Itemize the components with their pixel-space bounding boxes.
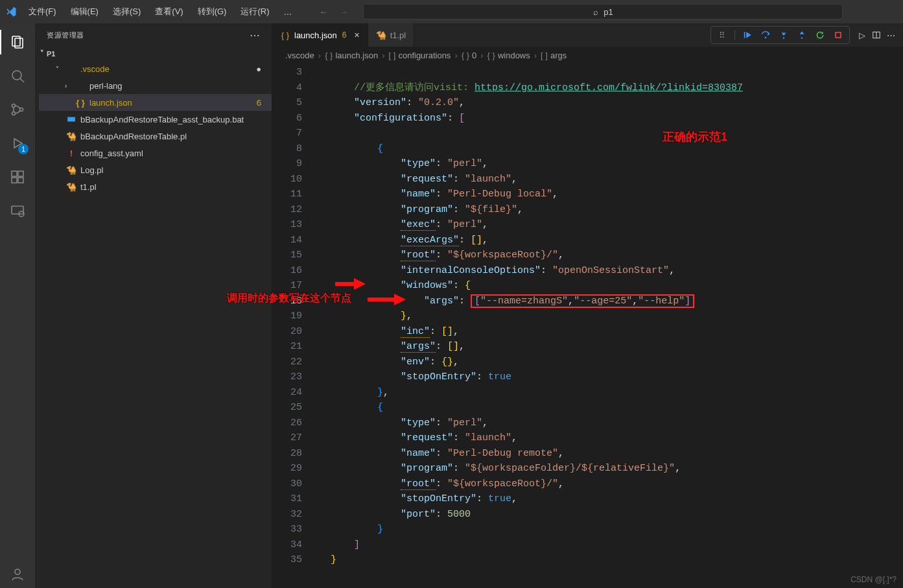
explorer-sidebar: 资源管理器 ⋯ ˅ P1 ˅.vscode●›perl-lang{ }launc… — [35, 23, 272, 588]
svg-line-3 — [20, 78, 24, 82]
menu-select[interactable]: 选择(S) — [108, 5, 146, 19]
svg-point-23 — [801, 38, 803, 39]
tab-t1-pl[interactable]: 🐪 t1.pl — [368, 23, 415, 47]
menu-view[interactable]: 查看(V) — [150, 5, 188, 19]
svg-point-14 — [15, 569, 20, 574]
run-icon[interactable]: ▷ — [856, 29, 868, 41]
restart-icon[interactable] — [814, 29, 826, 41]
project-section[interactable]: ˅ P1 — [35, 47, 272, 60]
tree-item-label: bBackupAndRestoreTable_asst_backup.bat — [80, 115, 244, 124]
tree-item[interactable]: 🐪bBackupAndRestoreTable.pl — [39, 128, 272, 145]
activity-scm-icon[interactable] — [8, 100, 27, 119]
bat-icon — [66, 114, 76, 124]
svg-rect-11 — [18, 178, 23, 183]
activitybar: 1 — [0, 23, 35, 588]
svg-rect-9 — [18, 171, 23, 176]
stop-icon[interactable] — [832, 29, 844, 41]
tree-item-label: perl-lang — [89, 81, 123, 91]
perl-icon: 🐪 — [66, 165, 76, 175]
tab-badge: 6 — [342, 30, 347, 40]
tab-launch-json[interactable]: { } launch.json 6 × — [272, 23, 368, 47]
explorer-title-label: 资源管理器 — [47, 30, 84, 40]
code-area[interactable]: 3456789101112131415161718192021222324252… — [272, 64, 903, 588]
svg-marker-22 — [800, 31, 804, 34]
svg-point-6 — [20, 108, 23, 112]
tree-item[interactable]: bBackupAndRestoreTable_asst_backup.bat — [39, 111, 272, 128]
svg-rect-15 — [67, 117, 75, 122]
split-icon[interactable] — [871, 29, 882, 41]
menu-go[interactable]: 转到(G) — [193, 5, 232, 19]
svg-rect-12 — [12, 206, 23, 214]
breadcrumb-item[interactable]: [ ]configurations — [389, 51, 451, 60]
braces-icon: { } — [75, 97, 86, 108]
breadcrumb-item[interactable]: .vscode — [285, 51, 314, 60]
svg-rect-16 — [744, 32, 745, 38]
tree-item[interactable]: 🐪t1.pl — [39, 178, 272, 195]
drag-handle-icon[interactable]: ⠿ — [716, 29, 728, 41]
annotation-args-note: 调用时的参数写在这个节点 — [227, 292, 351, 305]
menu-file[interactable]: 文件(F) — [23, 5, 62, 19]
svg-point-21 — [783, 38, 784, 39]
menu-more[interactable]: … — [278, 6, 297, 18]
perl-icon: 🐪 — [376, 30, 386, 40]
braces-icon: { } — [280, 30, 290, 40]
nav-arrows: ← → — [319, 7, 347, 17]
continue-icon[interactable] — [742, 29, 753, 41]
perl-icon: 🐪 — [66, 131, 76, 141]
activity-remote-icon[interactable] — [8, 201, 27, 220]
chevron-down-icon: ˅ — [40, 49, 44, 58]
svg-point-2 — [12, 71, 21, 80]
tree-item-label: .vscode — [80, 64, 110, 74]
breadcrumb-item[interactable]: [ ]args — [541, 51, 567, 60]
svg-rect-25 — [836, 32, 841, 38]
explorer-more-icon[interactable]: ⋯ — [250, 29, 261, 41]
tab-bar: { } launch.json 6 × 🐪 t1.pl ⠿ — [272, 23, 903, 47]
breadcrumb-item[interactable]: { }windows — [487, 51, 530, 60]
svg-marker-20 — [782, 33, 786, 36]
tab-label: launch.json — [294, 30, 337, 40]
folder-icon — [75, 80, 86, 91]
step-into-icon[interactable] — [778, 29, 790, 41]
tree-item[interactable]: ›perl-lang — [39, 77, 272, 94]
annotation-title: 正确的示范1 — [663, 129, 727, 145]
nav-back-icon[interactable]: ← — [319, 7, 327, 17]
search-icon: ⌕ — [593, 7, 598, 17]
tab-label: t1.pl — [390, 30, 406, 40]
menu-edit[interactable]: 编辑(E) — [65, 5, 104, 19]
svg-point-19 — [765, 37, 767, 39]
tree-item-label: Log.pl — [80, 165, 103, 175]
tree-item[interactable]: ˅.vscode● — [39, 60, 272, 77]
svg-rect-10 — [12, 178, 17, 183]
breadcrumbs[interactable]: .vscode›{ }launch.json›[ ]configurations… — [272, 47, 903, 64]
tree-item-label: t1.pl — [80, 182, 97, 192]
titlebar: 文件(F) 编辑(E) 选择(S) 查看(V) 转到(G) 运行(R) … ← … — [0, 0, 903, 23]
svg-rect-8 — [12, 171, 17, 176]
vscode-logo-icon — [5, 6, 17, 18]
tree-item-label: config_asst.yaml — [80, 148, 143, 158]
menu-run[interactable]: 运行(R) — [235, 5, 274, 19]
nav-fwd-icon[interactable]: → — [339, 7, 347, 17]
svg-point-4 — [12, 104, 16, 108]
activity-extensions-icon[interactable] — [8, 167, 27, 187]
code-content[interactable]: //更多信息请访问visit: https://go.microsoft.com… — [319, 64, 903, 588]
chevron-icon: ˅ — [56, 65, 62, 73]
yaml-icon: ! — [66, 148, 76, 158]
perl-icon: 🐪 — [66, 182, 76, 192]
tree-item[interactable]: { }launch.json6 — [39, 94, 272, 111]
command-center[interactable]: ⌕ p1 — [363, 4, 843, 19]
breadcrumb-item[interactable]: { }0 — [462, 51, 477, 60]
tree-item[interactable]: 🐪Log.pl — [39, 161, 272, 178]
activity-search-icon[interactable] — [8, 66, 27, 86]
tree-item-label: launch.json — [89, 98, 132, 108]
step-out-icon[interactable] — [796, 29, 808, 41]
activity-accounts-icon[interactable] — [8, 565, 27, 584]
modified-dot-icon: ● — [256, 64, 265, 74]
close-icon[interactable]: × — [354, 30, 359, 40]
more-icon[interactable]: ⋯ — [885, 29, 897, 41]
tree-item[interactable]: !config_asst.yaml — [39, 145, 272, 161]
step-over-icon[interactable] — [760, 29, 771, 41]
breadcrumb-item[interactable]: { }launch.json — [325, 51, 378, 60]
activity-explorer-icon[interactable] — [8, 32, 27, 52]
activity-debug-icon[interactable]: 1 — [8, 134, 27, 153]
editor-toolbar: ⠿ ▷ — [710, 23, 903, 47]
